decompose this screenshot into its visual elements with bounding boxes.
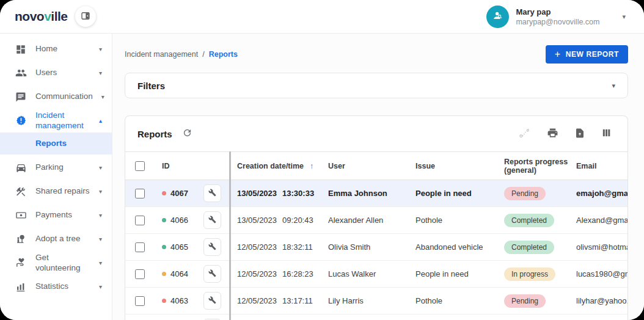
sidebar-item-get-volunteering[interactable]: Get volunteering ▾ <box>0 251 112 275</box>
column-header-user[interactable]: User <box>327 162 415 170</box>
report-email: emajoh@gmail. <box>576 189 628 198</box>
app-body: Home ▾ Users ▾ Communication ▾ Incident … <box>0 34 644 320</box>
report-id: 4063 <box>170 296 188 305</box>
report-date: 12/05/2023 <box>237 269 277 278</box>
report-id: 4067 <box>170 189 188 198</box>
table-row[interactable]: 4062 11/05/2023 William B Tree branches … <box>125 315 628 320</box>
edit-report-button[interactable] <box>203 265 221 283</box>
new-report-label: NEW REPORT <box>566 50 619 59</box>
chevron-down-icon: ▾ <box>99 212 102 219</box>
sidebar-item-users[interactable]: Users ▾ <box>0 61 112 85</box>
pinned-column-divider[interactable] <box>229 151 231 320</box>
report-user: Emma Johnson <box>327 189 415 198</box>
sidebar-item-communication[interactable]: Communication ▾ <box>0 85 112 109</box>
edit-report-button[interactable] <box>203 211 221 229</box>
row-checkbox[interactable] <box>135 189 145 198</box>
row-checkbox[interactable] <box>135 296 145 306</box>
status-dot <box>162 218 166 222</box>
status-badge: Completed <box>504 241 554 254</box>
tree-icon <box>15 233 27 245</box>
top-bar: novoville Mary pap marypap@novoville.com <box>0 0 644 34</box>
breadcrumb-parent[interactable]: Incident management <box>125 50 198 59</box>
status-dot <box>162 191 166 195</box>
breadcrumb: Incident management / Reports <box>125 50 238 59</box>
status-badge: Completed <box>504 214 554 227</box>
report-date: 12/05/2023 <box>237 242 277 252</box>
edit-report-button[interactable] <box>203 184 221 202</box>
sidebar-item-label: Home <box>35 44 90 54</box>
column-header-id[interactable]: ID <box>155 162 203 170</box>
table-row[interactable]: 4066 13/05/202309:20:43 Alexander Allen … <box>125 207 628 234</box>
banknote-icon <box>15 209 27 221</box>
report-time: 09:20:43 <box>282 216 313 225</box>
table-row[interactable]: 4067 13/05/202313:30:33 Emma Johnson Peo… <box>125 180 628 207</box>
table-row[interactable]: 4064 12/05/202316:28:23 Lucas Walker Peo… <box>125 261 628 288</box>
topbar-right: Mary pap marypap@novoville.com ▾ <box>112 5 644 28</box>
sidebar-collapse-button[interactable] <box>75 6 96 27</box>
sidebar-item-payments[interactable]: Payments ▾ <box>0 203 112 227</box>
sort-ascending-icon[interactable]: ↑ <box>310 161 314 170</box>
users-icon <box>15 67 27 79</box>
refresh-button[interactable] <box>182 128 192 140</box>
report-issue: People in need <box>415 189 504 198</box>
user-email: marypap@novoville.com <box>516 18 599 26</box>
report-issue: Pothole <box>415 216 504 225</box>
column-header-progress[interactable]: Reports progress (general) <box>504 158 576 175</box>
status-dot <box>162 272 166 276</box>
select-all-checkbox[interactable] <box>135 161 145 171</box>
column-header-issue[interactable]: Issue <box>415 162 504 170</box>
row-checkbox[interactable] <box>135 242 145 252</box>
edit-report-button[interactable] <box>203 292 221 310</box>
column-header-email[interactable]: Email <box>576 162 628 170</box>
table-header-row: ID Creation date/time ↑ User Issue Repor… <box>125 151 628 180</box>
row-checkbox[interactable] <box>135 269 145 279</box>
filters-panel[interactable]: Filters ▾ <box>125 73 628 98</box>
report-date: 13/05/2023 <box>237 216 277 225</box>
user-menu[interactable]: Mary pap marypap@novoville.com ▾ <box>486 5 626 28</box>
breadcrumb-current[interactable]: Reports <box>209 50 238 59</box>
chevron-down-icon: ▾ <box>101 93 104 100</box>
edit-report-button[interactable] <box>203 238 221 256</box>
chevron-down-icon[interactable]: ▾ <box>622 13 626 21</box>
main-header: Incident management / Reports + NEW REPO… <box>125 45 628 64</box>
sidebar-item-adopt-a-tree[interactable]: Adopt a tree ▾ <box>0 227 112 251</box>
novoville-logo: novoville <box>15 9 68 24</box>
chevron-down-icon: ▾ <box>99 283 102 290</box>
sidebar-item-incident-management[interactable]: Incident management ▴ <box>0 109 112 133</box>
person-search-icon <box>491 9 504 24</box>
bar-chart-icon <box>15 281 27 293</box>
report-email: lucas1980@gma <box>576 269 628 278</box>
sidebar-item-shared-repairs[interactable]: Shared repairs ▾ <box>0 180 112 203</box>
reports-title: Reports <box>137 129 172 139</box>
chevron-down-icon: ▾ <box>99 70 102 76</box>
logo-area: novoville <box>0 6 112 27</box>
sidebar-item-label: Users <box>35 68 90 78</box>
table-row[interactable]: 4063 12/05/202313:17:11 Lily Harris Poth… <box>125 288 628 315</box>
car-icon <box>15 162 27 173</box>
report-id: 4065 <box>170 242 188 252</box>
hand-heart-icon <box>15 257 27 269</box>
sidebar-item-parking[interactable]: Parking ▾ <box>0 156 112 180</box>
sidebar-subitem-reports[interactable]: Reports <box>0 133 112 155</box>
row-checkbox[interactable] <box>135 216 145 225</box>
column-header-creation[interactable]: Creation date/time ↑ <box>229 161 327 170</box>
export-file-button[interactable] <box>574 128 585 140</box>
print-button[interactable] <box>547 127 558 140</box>
new-report-button[interactable]: + NEW REPORT <box>546 45 628 64</box>
status-badge: In progress <box>504 267 555 281</box>
sidebar-item-statistics[interactable]: Statistics ▾ <box>0 275 112 299</box>
tools-icon <box>15 186 27 197</box>
table-row[interactable]: 4065 12/05/202318:32:11 Olivia Smith Aba… <box>125 234 628 261</box>
user-avatar <box>486 5 509 28</box>
chevron-down-icon[interactable]: ▾ <box>612 82 615 90</box>
sidebar-item-home[interactable]: Home ▾ <box>0 37 112 61</box>
report-issue: People in need <box>415 269 504 278</box>
report-time: 16:28:23 <box>282 269 313 278</box>
wrench-icon <box>208 269 216 279</box>
reports-toolbar <box>518 126 615 141</box>
columns-button[interactable] <box>601 128 612 140</box>
reports-panel-header: Reports <box>125 116 628 151</box>
route-map-button[interactable] <box>518 126 531 141</box>
status-badge: Pending <box>504 187 546 200</box>
wrench-icon <box>208 216 216 225</box>
